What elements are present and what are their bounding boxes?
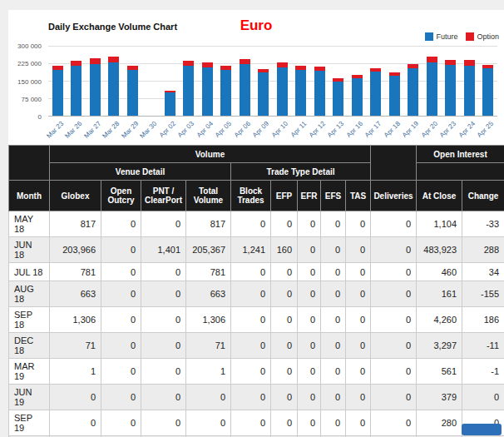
value-cell: 0 (271, 263, 298, 281)
bar-group (460, 46, 479, 116)
month-cell: SEP 18 (9, 307, 50, 333)
table-row: JUN 1900000000003790 (9, 385, 504, 410)
value-cell: 0 (101, 359, 141, 385)
value-cell: 0 (346, 333, 371, 359)
x-axis-label: Apr 02 (161, 118, 180, 145)
future-bar-segment (408, 68, 418, 116)
column-header-open-outcry: Open Outcry (101, 181, 141, 211)
value-cell: 561 (417, 359, 462, 385)
column-header-globex: Globex (50, 181, 101, 211)
value-cell: 0 (321, 333, 346, 359)
y-axis-tick: 0 (38, 113, 42, 121)
value-cell: 0 (101, 410, 141, 436)
value-cell: 0 (321, 211, 346, 237)
value-cell: 160 (271, 237, 298, 263)
x-axis-label: Apr 24 (460, 118, 479, 145)
future-bar-segment (389, 76, 400, 116)
value-cell: 0 (346, 237, 371, 263)
bar-group (273, 46, 292, 116)
daily-volume-chart: Daily Exchange Volume Chart Euro Future … (8, 10, 504, 145)
open-interest-group-header: Open Interest (417, 146, 504, 163)
future-bar-segment (427, 62, 437, 116)
value-cell: 0 (271, 281, 298, 307)
value-cell: 0 (101, 307, 141, 333)
bar-group (86, 46, 105, 116)
future-bar-segment (220, 70, 231, 116)
partial-blue-element[interactable] (462, 424, 502, 435)
value-cell: 0 (371, 307, 417, 333)
future-bar-segment (165, 92, 175, 116)
column-header-change: Change (462, 181, 504, 211)
option-bar-segment (90, 58, 101, 64)
future-bar-segment (445, 65, 456, 116)
value-cell: 0 (50, 410, 101, 436)
value-cell: 0 (321, 237, 346, 263)
x-axis-label: Apr 09 (254, 118, 274, 145)
x-axis-label: Mar 30 (142, 118, 161, 145)
value-cell: 0 (346, 263, 371, 281)
value-cell: 0 (101, 385, 141, 410)
future-bar-segment (277, 67, 288, 116)
column-header-month: Month (9, 181, 50, 211)
value-cell: 0 (231, 410, 271, 436)
value-cell: 203,966 (50, 237, 101, 263)
x-axis-label: Apr 12 (310, 118, 329, 145)
legend-item-future: Future (425, 32, 457, 41)
bar-group (404, 46, 423, 116)
x-axis-label: Apr 25 (479, 118, 498, 145)
value-cell: 0 (321, 263, 346, 281)
value-cell: -1 (462, 359, 504, 385)
value-cell: 460 (417, 263, 462, 281)
column-header-block-trades: Block Trades (231, 181, 271, 211)
plot-wrap (48, 46, 497, 117)
value-cell: 0 (346, 211, 371, 237)
content-panel: Daily Exchange Volume Chart Euro Future … (8, 10, 504, 437)
option-legend-swatch (466, 32, 474, 41)
x-axis-label: Apr 06 (235, 118, 254, 145)
x-axis-label: Apr 10 (273, 118, 292, 145)
bar-group (161, 46, 180, 116)
value-cell: 0 (141, 307, 186, 333)
future-bar-segment (183, 66, 194, 116)
bar-group (254, 46, 274, 116)
month-header-spacer (9, 146, 50, 181)
future-bar-segment (240, 64, 250, 116)
bar-group (310, 46, 329, 116)
future-bar-segment (333, 82, 343, 116)
table-row: JUL 187810078100000046034 (9, 263, 504, 281)
chart-legend: Future Option (425, 32, 499, 41)
value-cell: 0 (271, 410, 298, 436)
value-cell: 0 (346, 281, 371, 307)
value-cell: 0 (141, 263, 186, 281)
future-legend-swatch (425, 32, 433, 41)
bar-group (48, 46, 67, 116)
month-cell: AUG 18 (9, 281, 50, 307)
y-axis-tick: 300 000 (17, 42, 42, 50)
value-cell: 0 (321, 385, 346, 410)
value-cell: 161 (417, 281, 462, 307)
value-cell: 0 (371, 385, 417, 410)
volume-group-header: Volume (50, 146, 371, 163)
future-bar-segment (482, 68, 493, 116)
value-cell: 0 (271, 307, 298, 333)
bar-group (479, 46, 498, 116)
table-row: AUG 1866300663000000161-155 (9, 281, 504, 307)
value-cell: 0 (371, 263, 417, 281)
column-header-pnt-clearport: PNT / ClearPort (141, 181, 186, 211)
future-bar-segment (127, 70, 138, 116)
value-cell: 280 (417, 410, 462, 436)
y-axis-tick: 225 000 (17, 60, 42, 67)
value-cell: 1,401 (141, 237, 186, 263)
x-axis-label: Apr 13 (329, 118, 348, 145)
value-cell: 0 (231, 385, 271, 410)
value-cell: 0 (321, 359, 346, 385)
value-cell: 1 (50, 359, 101, 385)
column-header-total-volume: Total Volume (186, 181, 231, 211)
value-cell: 483,923 (417, 237, 462, 263)
month-cell: MAY 18 (9, 211, 50, 237)
value-cell: 781 (186, 263, 231, 281)
month-cell: MAR 19 (9, 359, 50, 385)
deliveries-header-spacer (371, 146, 417, 181)
column-header-efs: EFS (321, 181, 346, 211)
value-cell: 0 (101, 281, 141, 307)
